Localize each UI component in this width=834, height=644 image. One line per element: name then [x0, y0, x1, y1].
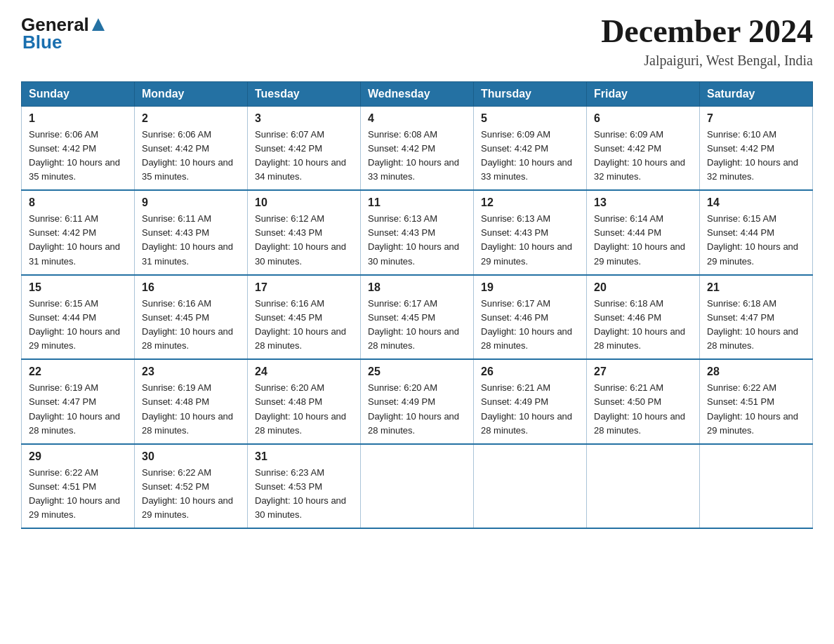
- calendar-week-row: 1 Sunrise: 6:06 AMSunset: 4:42 PMDayligh…: [22, 106, 813, 190]
- day-info: Sunrise: 6:21 AMSunset: 4:50 PMDaylight:…: [594, 382, 685, 435]
- calendar-cell: 7 Sunrise: 6:10 AMSunset: 4:42 PMDayligh…: [700, 106, 813, 190]
- day-info: Sunrise: 6:22 AMSunset: 4:52 PMDaylight:…: [142, 467, 233, 520]
- calendar-cell: 4 Sunrise: 6:08 AMSunset: 4:42 PMDayligh…: [361, 106, 474, 190]
- day-number: 10: [255, 196, 353, 209]
- calendar-cell: 17 Sunrise: 6:16 AMSunset: 4:45 PMDaylig…: [248, 275, 361, 360]
- calendar-cell: 25 Sunrise: 6:20 AMSunset: 4:49 PMDaylig…: [361, 359, 474, 444]
- day-info: Sunrise: 6:19 AMSunset: 4:47 PMDaylight:…: [29, 382, 120, 435]
- calendar-subtitle: Jalpaiguri, West Bengal, India: [601, 53, 813, 69]
- day-info: Sunrise: 6:20 AMSunset: 4:49 PMDaylight:…: [368, 382, 459, 435]
- col-header-tuesday: Tuesday: [248, 81, 361, 106]
- col-header-monday: Monday: [135, 81, 248, 106]
- day-number: 22: [29, 365, 127, 378]
- calendar-week-row: 22 Sunrise: 6:19 AMSunset: 4:47 PMDaylig…: [22, 359, 813, 444]
- calendar-cell: 18 Sunrise: 6:17 AMSunset: 4:45 PMDaylig…: [361, 275, 474, 360]
- calendar-table: SundayMondayTuesdayWednesdayThursdayFrid…: [21, 81, 813, 530]
- day-number: 13: [594, 196, 692, 209]
- day-number: 20: [594, 281, 692, 294]
- day-number: 6: [594, 112, 692, 125]
- col-header-friday: Friday: [587, 81, 700, 106]
- day-number: 30: [142, 450, 240, 463]
- calendar-cell: 2 Sunrise: 6:06 AMSunset: 4:42 PMDayligh…: [135, 106, 248, 190]
- logo-arrow-icon: [91, 17, 106, 32]
- day-info: Sunrise: 6:11 AMSunset: 4:43 PMDaylight:…: [142, 213, 233, 266]
- calendar-cell: 24 Sunrise: 6:20 AMSunset: 4:48 PMDaylig…: [248, 359, 361, 444]
- day-number: 28: [707, 365, 805, 378]
- day-info: Sunrise: 6:15 AMSunset: 4:44 PMDaylight:…: [29, 298, 120, 351]
- day-number: 7: [707, 112, 805, 125]
- day-info: Sunrise: 6:12 AMSunset: 4:43 PMDaylight:…: [255, 213, 346, 266]
- day-info: Sunrise: 6:15 AMSunset: 4:44 PMDaylight:…: [707, 213, 798, 266]
- calendar-cell: 10 Sunrise: 6:12 AMSunset: 4:43 PMDaylig…: [248, 190, 361, 275]
- day-info: Sunrise: 6:06 AMSunset: 4:42 PMDaylight:…: [142, 129, 233, 182]
- day-info: Sunrise: 6:17 AMSunset: 4:46 PMDaylight:…: [481, 298, 572, 351]
- calendar-cell: 28 Sunrise: 6:22 AMSunset: 4:51 PMDaylig…: [700, 359, 813, 444]
- calendar-cell: 20 Sunrise: 6:18 AMSunset: 4:46 PMDaylig…: [587, 275, 700, 360]
- day-number: 5: [481, 112, 579, 125]
- calendar-cell: 30 Sunrise: 6:22 AMSunset: 4:52 PMDaylig…: [135, 444, 248, 529]
- day-info: Sunrise: 6:13 AMSunset: 4:43 PMDaylight:…: [368, 213, 459, 266]
- calendar-cell: 19 Sunrise: 6:17 AMSunset: 4:46 PMDaylig…: [474, 275, 587, 360]
- calendar-cell: 14 Sunrise: 6:15 AMSunset: 4:44 PMDaylig…: [700, 190, 813, 275]
- calendar-cell: 23 Sunrise: 6:19 AMSunset: 4:48 PMDaylig…: [135, 359, 248, 444]
- calendar-cell: 12 Sunrise: 6:13 AMSunset: 4:43 PMDaylig…: [474, 190, 587, 275]
- day-info: Sunrise: 6:20 AMSunset: 4:48 PMDaylight:…: [255, 382, 346, 435]
- day-number: 8: [29, 196, 127, 209]
- day-number: 1: [29, 112, 127, 125]
- calendar-cell: 31 Sunrise: 6:23 AMSunset: 4:53 PMDaylig…: [248, 444, 361, 529]
- calendar-cell: [361, 444, 474, 529]
- day-info: Sunrise: 6:22 AMSunset: 4:51 PMDaylight:…: [707, 382, 798, 435]
- calendar-cell: 6 Sunrise: 6:09 AMSunset: 4:42 PMDayligh…: [587, 106, 700, 190]
- calendar-cell: 27 Sunrise: 6:21 AMSunset: 4:50 PMDaylig…: [587, 359, 700, 444]
- day-info: Sunrise: 6:16 AMSunset: 4:45 PMDaylight:…: [255, 298, 346, 351]
- day-number: 23: [142, 365, 240, 378]
- calendar-cell: [474, 444, 587, 529]
- calendar-cell: 3 Sunrise: 6:07 AMSunset: 4:42 PMDayligh…: [248, 106, 361, 190]
- day-info: Sunrise: 6:07 AMSunset: 4:42 PMDaylight:…: [255, 129, 346, 182]
- day-info: Sunrise: 6:18 AMSunset: 4:47 PMDaylight:…: [707, 298, 798, 351]
- day-info: Sunrise: 6:13 AMSunset: 4:43 PMDaylight:…: [481, 213, 572, 266]
- calendar-week-row: 29 Sunrise: 6:22 AMSunset: 4:51 PMDaylig…: [22, 444, 813, 529]
- day-number: 24: [255, 365, 353, 378]
- day-number: 21: [707, 281, 805, 294]
- day-info: Sunrise: 6:21 AMSunset: 4:49 PMDaylight:…: [481, 382, 572, 435]
- col-header-wednesday: Wednesday: [361, 81, 474, 106]
- day-number: 26: [481, 365, 579, 378]
- calendar-cell: 26 Sunrise: 6:21 AMSunset: 4:49 PMDaylig…: [474, 359, 587, 444]
- day-number: 2: [142, 112, 240, 125]
- day-number: 11: [368, 196, 466, 209]
- day-info: Sunrise: 6:06 AMSunset: 4:42 PMDaylight:…: [29, 129, 120, 182]
- day-info: Sunrise: 6:14 AMSunset: 4:44 PMDaylight:…: [594, 213, 685, 266]
- day-info: Sunrise: 6:09 AMSunset: 4:42 PMDaylight:…: [481, 129, 572, 182]
- day-info: Sunrise: 6:23 AMSunset: 4:53 PMDaylight:…: [255, 467, 346, 520]
- day-info: Sunrise: 6:17 AMSunset: 4:45 PMDaylight:…: [368, 298, 459, 351]
- day-number: 18: [368, 281, 466, 294]
- calendar-header-row: SundayMondayTuesdayWednesdayThursdayFrid…: [22, 81, 813, 106]
- calendar-cell: 8 Sunrise: 6:11 AMSunset: 4:42 PMDayligh…: [22, 190, 135, 275]
- calendar-cell: 22 Sunrise: 6:19 AMSunset: 4:47 PMDaylig…: [22, 359, 135, 444]
- day-info: Sunrise: 6:10 AMSunset: 4:42 PMDaylight:…: [707, 129, 798, 182]
- calendar-cell: 29 Sunrise: 6:22 AMSunset: 4:51 PMDaylig…: [22, 444, 135, 529]
- col-header-thursday: Thursday: [474, 81, 587, 106]
- calendar-cell: [700, 444, 813, 529]
- page-header: General Blue December 2024 Jalpaiguri, W…: [21, 14, 813, 69]
- day-info: Sunrise: 6:19 AMSunset: 4:48 PMDaylight:…: [142, 382, 233, 435]
- calendar-cell: [587, 444, 700, 529]
- day-info: Sunrise: 6:22 AMSunset: 4:51 PMDaylight:…: [29, 467, 120, 520]
- day-number: 14: [707, 196, 805, 209]
- col-header-sunday: Sunday: [22, 81, 135, 106]
- calendar-cell: 13 Sunrise: 6:14 AMSunset: 4:44 PMDaylig…: [587, 190, 700, 275]
- day-info: Sunrise: 6:11 AMSunset: 4:42 PMDaylight:…: [29, 213, 120, 266]
- day-info: Sunrise: 6:18 AMSunset: 4:46 PMDaylight:…: [594, 298, 685, 351]
- day-number: 27: [594, 365, 692, 378]
- calendar-week-row: 15 Sunrise: 6:15 AMSunset: 4:44 PMDaylig…: [22, 275, 813, 360]
- col-header-saturday: Saturday: [700, 81, 813, 106]
- calendar-title: December 2024: [601, 14, 813, 50]
- day-number: 19: [481, 281, 579, 294]
- day-number: 4: [368, 112, 466, 125]
- title-block: December 2024 Jalpaiguri, West Bengal, I…: [601, 14, 813, 69]
- day-number: 9: [142, 196, 240, 209]
- calendar-cell: 1 Sunrise: 6:06 AMSunset: 4:42 PMDayligh…: [22, 106, 135, 190]
- day-number: 25: [368, 365, 466, 378]
- day-number: 17: [255, 281, 353, 294]
